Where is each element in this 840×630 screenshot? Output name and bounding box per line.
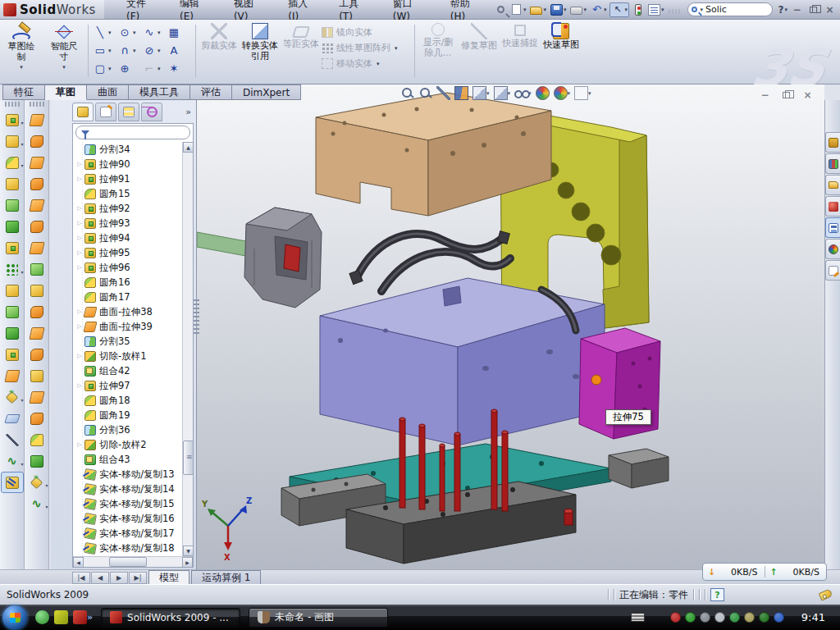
keyboard-layout-icon[interactable] (631, 613, 645, 622)
scroll-up-button[interactable]: ▲ (183, 142, 194, 153)
tab-nav-button-3[interactable]: ▶| (129, 572, 147, 584)
doc-tab-运动算例 1[interactable]: 运动算例 1 (191, 570, 261, 584)
model-scene[interactable]: Y Z X (197, 84, 824, 569)
dropdown-caret-icon[interactable]: ▾ (377, 61, 380, 67)
extruded-cut-button[interactable]: ▾ (1, 130, 24, 152)
point-tool[interactable]: ✶ (167, 62, 191, 75)
tree-horizontal-scrollbar[interactable]: ◀ ▶ (73, 556, 193, 567)
doc-tab-模型[interactable]: 模型 (148, 570, 189, 584)
tree-filter-box[interactable] (75, 126, 190, 139)
surface-yoke-button[interactable] (25, 365, 48, 386)
menu-item-0[interactable]: 文件(F) (116, 0, 169, 19)
display-style-button[interactable]: ▾ (494, 86, 511, 100)
hide-show-items-button[interactable]: ▾ (514, 86, 532, 100)
doc-restore-button[interactable] (779, 89, 793, 101)
plane-button[interactable] (1, 408, 24, 429)
surface-sweep-button[interactable] (25, 130, 48, 152)
dropdown-caret-icon[interactable]: ▾ (62, 64, 66, 71)
tree-item[interactable]: ▷拉伸92 (73, 201, 182, 216)
move-entities-button[interactable]: 移动实体▾ (322, 57, 412, 70)
open-button[interactable]: ▾ (529, 2, 547, 17)
tree-item[interactable]: 分割36 (73, 422, 182, 437)
dropdown-caret-icon[interactable]: ▾ (21, 120, 23, 126)
line-tool[interactable]: ╲▾ (93, 26, 117, 39)
dimxpertmanager-tab[interactable] (141, 103, 162, 121)
menu-item-1[interactable]: 编辑(E) (169, 0, 223, 19)
tab-nav-button-2[interactable]: ▶ (110, 572, 128, 584)
tree-item[interactable]: 实体-移动/复制13 (73, 467, 182, 482)
dropdown-caret-icon[interactable]: ▾ (21, 162, 23, 168)
tab-DimXpert[interactable]: DimXpert (232, 84, 301, 100)
solidworks-search-tab[interactable] (825, 196, 840, 217)
surface-offset-button[interactable] (25, 280, 48, 301)
tree-item[interactable]: ▷拉伸91 (73, 171, 182, 186)
custom-properties-tab[interactable] (825, 260, 840, 281)
expand-arrow-icon[interactable]: ▷ (75, 176, 84, 182)
smart-dimension-button[interactable]: 智能尺寸 ▾ (43, 20, 85, 71)
surface-cshape-button[interactable] (25, 152, 48, 173)
tree-item[interactable]: 圆角18 (73, 393, 182, 408)
dropdown-caret-icon[interactable]: ▾ (508, 90, 511, 97)
dropdown-caret-icon[interactable]: ▾ (661, 7, 664, 13)
network-warning-tray-icon[interactable] (744, 612, 755, 623)
solidworks-quicklaunch-icon[interactable] (73, 610, 87, 624)
featuremanager-tree-tab[interactable] (72, 103, 94, 121)
surface-planar-button[interactable] (25, 237, 48, 258)
tree-item[interactable]: ▷拉伸94 (73, 231, 182, 245)
tree-item[interactable]: ▷拉伸90 (73, 157, 182, 171)
tree-item[interactable]: 圆角15 (73, 186, 182, 201)
quick-launch-overflow-icon[interactable]: » (87, 612, 93, 623)
vpn-tray-icon[interactable] (729, 612, 740, 623)
dropdown-caret-icon[interactable]: ▾ (45, 504, 48, 509)
new-document-button[interactable]: ▾ (509, 2, 527, 17)
tab-评估[interactable]: 评估 (190, 84, 232, 100)
menu-item-6[interactable]: 帮助(H) (440, 0, 495, 19)
tree-item[interactable]: ▷拉伸93 (73, 216, 182, 231)
surface-curve-button[interactable]: ∿▾ (25, 493, 48, 514)
dropdown-caret-icon[interactable]: ▾ (21, 461, 23, 467)
tab-nav-button-0[interactable]: |◀ (72, 572, 90, 584)
dropdown-caret-icon[interactable]: ▾ (158, 66, 161, 72)
extruded-boss-button[interactable]: ▾ (1, 109, 24, 130)
fillet-button[interactable]: ▾ (1, 152, 24, 173)
move-copy-body-button[interactable] (1, 365, 24, 386)
rotate-view-button[interactable] (436, 86, 450, 100)
help-button[interactable]: ?▾ (778, 4, 788, 16)
surface-loft-button[interactable] (25, 173, 48, 194)
dropdown-caret-icon[interactable]: ▾ (133, 48, 136, 54)
horizontal-scroll-thumb[interactable] (109, 557, 147, 567)
tree-item[interactable]: 组合42 (73, 363, 182, 378)
options-button[interactable]: ▾ (647, 2, 665, 17)
arc-tool[interactable]: ∩▾ (117, 44, 142, 57)
dropdown-caret-icon[interactable]: ▾ (21, 141, 23, 147)
tree-item[interactable]: ▷拉伸97 (73, 378, 182, 393)
restore-button[interactable] (806, 3, 820, 16)
dropdown-caret-icon[interactable]: ▾ (604, 7, 607, 13)
graphics-viewport[interactable]: Y Z X ▾▾▾▾▾ − × 拉伸75 (197, 84, 824, 569)
save-button[interactable]: ▾ (550, 2, 568, 17)
slot-tool[interactable]: ▢▾ (93, 62, 117, 75)
repair-sketch-button[interactable]: 修复草图 (459, 20, 500, 51)
doc-close-button[interactable]: × (801, 89, 815, 101)
polygon-tool[interactable]: ⊕ (117, 62, 142, 75)
taskbar-task-paint[interactable]: 未命名 - 画图 (249, 608, 388, 628)
surface-dome-button[interactable] (25, 450, 48, 472)
convert-entities-button[interactable]: 转换实体引用 (240, 20, 281, 62)
menu-item-5[interactable]: 窗口(W) (382, 0, 440, 19)
pin-button[interactable] (495, 2, 507, 17)
combine-button[interactable] (1, 344, 24, 365)
search-input[interactable]: Solic (705, 4, 727, 15)
dropdown-caret-icon[interactable]: ▾ (158, 30, 161, 36)
dropdown-caret-icon[interactable]: ▾ (583, 7, 587, 13)
dropdown-caret-icon[interactable]: ▾ (395, 45, 398, 52)
tree-item[interactable]: ▷拉伸96 (73, 260, 182, 275)
tab-nav-button-1[interactable]: ◀ (91, 572, 109, 584)
view-orientation-button[interactable]: ▾ (472, 86, 490, 100)
surface-flex-button[interactable] (25, 386, 48, 408)
view-palette-tab[interactable] (825, 217, 840, 238)
sketch-fillet-tool[interactable]: ⌐▾ (142, 62, 167, 75)
taskbar-task-sw[interactable]: SolidWorks 2009 - ... (101, 608, 240, 628)
antivirus-quicklaunch-icon[interactable] (54, 610, 68, 624)
expand-arrow-icon[interactable]: ▷ (75, 205, 84, 212)
security-shield-tray-icon[interactable] (685, 612, 696, 623)
